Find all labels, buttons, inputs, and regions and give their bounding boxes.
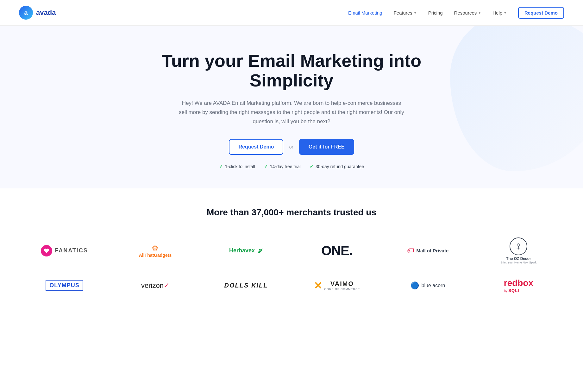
redbox-sqli-text: SQLI (508, 288, 519, 293)
logo-verizon: verizon✓ (110, 268, 201, 303)
get-free-button[interactable]: Get it for FREE (299, 139, 354, 155)
nav-pricing[interactable]: Pricing (428, 10, 443, 16)
chevron-down-icon: ▼ (414, 11, 417, 15)
herbavex-text: Herbavex (229, 247, 255, 254)
nav-request-demo[interactable]: Request Demo (518, 7, 564, 19)
badge-trial: ✓ 14-day free trial (264, 164, 301, 169)
logo-olympus: OLYMPUS (19, 268, 110, 303)
fanatics-label: FANATICS (55, 247, 88, 254)
chevron-down-icon: ▼ (478, 11, 481, 15)
check-icon: ✓ (264, 164, 268, 169)
verizon-check-icon: ✓ (164, 281, 169, 289)
logo-one: ONE. (292, 233, 382, 268)
logos-row-1: FANATICS ⚙ AllThatGadgets Herbavex ONE. … (19, 233, 564, 268)
ozdecor-name: The OZ Decor (500, 256, 536, 261)
logo-allgadgets: ⚙ AllThatGadgets (110, 233, 201, 268)
logo-vaimo: ✕ VAIMO CORE OF COMMERCE (292, 268, 382, 303)
trusted-title: More than 37,000+ merchants trusted us (19, 207, 564, 218)
verizon-text: verizon (141, 281, 164, 289)
blueacorn-icon: 🔵 (411, 281, 419, 290)
check-icon: ✓ (219, 164, 223, 169)
badge-refund: ✓ 30-day refund guarantee (310, 164, 364, 169)
blueacorn-text: blue acorn (422, 283, 445, 288)
brand-icon: a (19, 6, 33, 20)
brand-name: avada (36, 9, 56, 17)
redbox-by-text: by (504, 289, 508, 293)
mall-text: Mall of Private (417, 248, 449, 253)
dollskill-text: DOLLS KILL (224, 282, 268, 289)
mall-icon: 🏷 (407, 247, 414, 255)
hero-section: Turn your Email Marketing into Simplicit… (0, 26, 583, 188)
logo-herbavex: Herbavex (201, 233, 292, 268)
trusted-section: More than 37,000+ merchants trusted us F… (0, 188, 583, 316)
check-icon: ✓ (310, 164, 314, 169)
navbar: a avada Email Marketing Features ▼ Prici… (0, 0, 583, 26)
hero-bg-decoration (450, 26, 583, 171)
svg-point-0 (517, 243, 520, 246)
allgadgets-name: AllThatGadgets (139, 253, 172, 258)
hero-actions: Request Demo or Get it for FREE (149, 139, 434, 155)
olympus-text: OLYMPUS (46, 280, 83, 291)
logo-fanatics: FANATICS (19, 233, 110, 268)
vaimo-sub: CORE OF COMMERCE (324, 288, 360, 291)
vaimo-x-icon: ✕ (314, 280, 322, 292)
ozdecor-sub: Bring your Home New Spark (500, 261, 536, 264)
logo-mallofprivate: 🏷 Mall of Private (382, 233, 473, 268)
logos-row-2: OLYMPUS verizon✓ DOLLS KILL ✕ VAIMO CORE… (19, 268, 564, 303)
vaimo-name: VAIMO (324, 280, 360, 288)
fanatics-heart-icon (41, 245, 52, 256)
logo-dollskill: DOLLS KILL (201, 268, 292, 303)
herbavex-leaf-icon (257, 248, 263, 254)
badge-install: ✓ 1-click to install (219, 164, 255, 169)
request-demo-button[interactable]: Request Demo (229, 139, 283, 155)
ozdecor-circle-icon (510, 237, 527, 255)
hero-badges: ✓ 1-click to install ✓ 14-day free trial… (149, 164, 434, 169)
allgadgets-icon: ⚙ (139, 244, 172, 253)
logo-blueacorn: 🔵 blue acorn (382, 268, 473, 303)
one-text: ONE. (321, 243, 353, 258)
nav-help[interactable]: Help ▼ (492, 10, 507, 16)
ozdecor-inner-icon (514, 242, 523, 251)
logo-ozdecor: The OZ Decor Bring your Home New Spark (473, 233, 564, 268)
redbox-text: redbox (504, 278, 533, 288)
brand-logo-link[interactable]: a avada (19, 6, 56, 20)
nav-resources[interactable]: Resources ▼ (454, 10, 481, 16)
hero-or-text: or (289, 144, 293, 149)
nav-features[interactable]: Features ▼ (394, 10, 417, 16)
hero-title: Turn your Email Marketing into Simplicit… (149, 51, 434, 90)
nav-links: Email Marketing Features ▼ Pricing Resou… (348, 7, 564, 19)
logo-redbox: redbox by SQLI (473, 268, 564, 303)
chevron-down-icon: ▼ (504, 11, 507, 15)
nav-email-marketing[interactable]: Email Marketing (348, 10, 382, 16)
hero-content: Turn your Email Marketing into Simplicit… (149, 51, 434, 169)
hero-subtitle: Hey! We are AVADA Email Marketing platfo… (178, 99, 405, 126)
